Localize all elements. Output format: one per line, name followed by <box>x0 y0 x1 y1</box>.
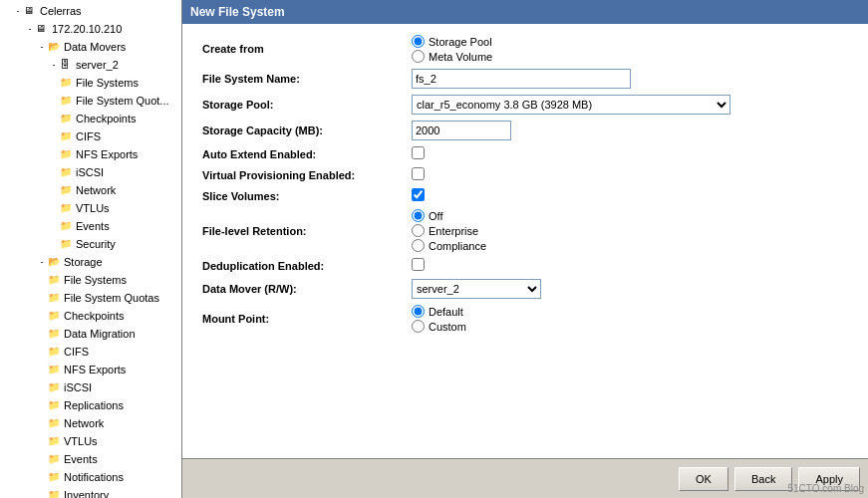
tree-label-cifs2: CIFS <box>64 344 89 360</box>
radio-enterprise-row: Enterprise <box>412 224 848 237</box>
storage-capacity-value-cell <box>408 118 852 143</box>
radio-compliance[interactable] <box>412 239 425 252</box>
tree-label-nfsexports2: NFS Exports <box>64 362 126 377</box>
radio-storage-pool[interactable] <box>412 35 425 48</box>
tree-label-vtlus1: VTLUs <box>76 200 110 216</box>
fs-name-input[interactable] <box>412 69 631 89</box>
radio-meta-volume[interactable] <box>412 50 425 63</box>
tree-item-filesystems2[interactable]: File Systems <box>0 271 181 289</box>
storage-capacity-row: Storage Capacity (MB): <box>198 118 852 143</box>
apply-button[interactable]: Apply <box>798 467 860 491</box>
tree-label-network1: Network <box>76 182 116 198</box>
tree-label-checkpoints2: Checkpoints <box>64 308 125 324</box>
storage-pool-select[interactable]: clar_r5_economy 3.8 GB (3928 MB) <box>412 95 730 115</box>
data-mover-select[interactable]: server_2 <box>412 279 541 299</box>
radio-compliance-row: Compliance <box>412 239 848 252</box>
tree-item-notifications[interactable]: Notifications <box>0 468 181 486</box>
tree-item-checkpoints2[interactable]: Checkpoints <box>0 307 181 325</box>
storage-icon <box>48 255 62 269</box>
ok-button[interactable]: OK <box>679 467 728 491</box>
tree-label-ip: 172.20.10.210 <box>52 21 122 37</box>
tree-item-fsquota2[interactable]: File System Quotas <box>0 289 181 307</box>
tree-item-network1[interactable]: Network <box>0 181 181 199</box>
radio-custom[interactable] <box>412 320 425 333</box>
radio-default[interactable] <box>412 305 425 318</box>
radio-off[interactable] <box>412 209 425 222</box>
tree-item-storage[interactable]: - Storage <box>0 253 181 271</box>
tree-item-iscsi2[interactable]: iSCSI <box>0 378 181 396</box>
tree-item-inventory[interactable]: Inventory <box>0 486 181 498</box>
create-from-group: Storage Pool Meta Volume <box>412 35 848 63</box>
tree-item-celerras[interactable]: - Celerras <box>0 2 181 20</box>
folder-icon <box>48 398 62 412</box>
virtual-prov-row: Virtual Provisioning Enabled: <box>198 164 852 185</box>
slice-volumes-checkbox[interactable] <box>412 188 425 201</box>
tree-item-filesystems1[interactable]: File Systems <box>0 74 181 92</box>
fs-name-label: File System Name: <box>198 66 408 92</box>
folder-icon <box>48 434 62 448</box>
tree-label-security1: Security <box>76 236 116 252</box>
virtual-prov-checkbox[interactable] <box>412 167 425 180</box>
tree-item-datamig[interactable]: Data Migration <box>0 325 181 343</box>
tree-item-events2[interactable]: Events <box>0 450 181 468</box>
folder-icon <box>60 129 74 143</box>
folder-icon <box>60 237 74 251</box>
tree-item-vtlus1[interactable]: VTLUs <box>0 199 181 217</box>
tree-item-datamovers[interactable]: - Data Movers <box>0 38 181 56</box>
radio-enterprise-label: Enterprise <box>429 225 478 237</box>
tree-item-nfsexports1[interactable]: NFS Exports <box>0 145 181 163</box>
toggle-server2[interactable]: - <box>48 60 60 70</box>
toggle-datamovers[interactable]: - <box>36 42 48 52</box>
slice-volumes-label: Slice Volumes: <box>198 185 408 206</box>
file-retention-label: File-level Retention: <box>198 206 408 255</box>
auto-extend-value-cell <box>408 143 852 164</box>
dialog-panel: New File System Create from Storage Pool <box>182 0 868 498</box>
folder-icon <box>48 452 62 466</box>
auto-extend-checkbox[interactable] <box>412 146 425 159</box>
folder-icon <box>48 363 62 376</box>
toggle-celerras[interactable]: - <box>12 6 24 16</box>
dedup-row: Deduplication Enabled: <box>198 255 852 276</box>
tree-label-datamig: Data Migration <box>64 326 136 342</box>
dialog-title-text: New File System <box>190 5 285 19</box>
ip-icon <box>36 22 50 36</box>
tree-item-events1[interactable]: Events <box>0 217 181 235</box>
mount-point-label: Mount Point: <box>198 302 408 336</box>
radio-meta-volume-label: Meta Volume <box>429 51 492 63</box>
tree-item-iscsi1[interactable]: iSCSI <box>0 163 181 181</box>
toggle-ip[interactable]: - <box>24 24 36 34</box>
radio-enterprise[interactable] <box>412 224 425 237</box>
tree-item-cifs2[interactable]: CIFS <box>0 343 181 361</box>
file-retention-value-cell: Off Enterprise Compliance <box>408 206 852 255</box>
tree-item-checkpoints1[interactable]: Checkpoints <box>0 110 181 127</box>
toggle-storage[interactable]: - <box>36 257 48 267</box>
tree-item-ip[interactable]: - 172.20.10.210 <box>0 20 181 38</box>
file-retention-row: File-level Retention: Off Enterprise <box>198 206 852 255</box>
tree-label-datamovers: Data Movers <box>64 39 126 55</box>
mount-point-row: Mount Point: Default Custom <box>198 302 852 336</box>
tree-item-fsquota1[interactable]: File System Quot... <box>0 92 181 110</box>
storage-capacity-input[interactable] <box>412 121 511 140</box>
folder-icon <box>60 112 74 125</box>
tree-item-nfsexports2[interactable]: NFS Exports <box>0 361 181 378</box>
datamovers-icon <box>48 40 62 54</box>
tree-item-network2[interactable]: Network <box>0 414 181 432</box>
tree-item-cifs1[interactable]: CIFS <box>0 127 181 145</box>
folder-icon <box>48 470 62 484</box>
tree-label-vtlus2: VTLUs <box>64 433 98 449</box>
tree-item-vtlus2[interactable]: VTLUs <box>0 432 181 450</box>
create-from-label: Create from <box>198 32 408 66</box>
radio-custom-label: Custom <box>429 321 466 333</box>
tree-item-security1[interactable]: Security <box>0 235 181 253</box>
storage-capacity-label: Storage Capacity (MB): <box>198 118 408 143</box>
back-button[interactable]: Back <box>734 467 792 491</box>
folder-icon <box>60 76 74 90</box>
dedup-checkbox[interactable] <box>412 258 425 271</box>
tree-label-replications: Replications <box>64 397 124 413</box>
storage-pool-value-cell: clar_r5_economy 3.8 GB (3928 MB) <box>408 92 852 118</box>
data-mover-row: Data Mover (R/W): server_2 <box>198 276 852 302</box>
tree-label-filesystems1: File Systems <box>76 75 139 91</box>
tree-item-server2[interactable]: - server_2 <box>0 56 181 74</box>
tree-item-replications[interactable]: Replications <box>0 396 181 414</box>
data-mover-value-cell: server_2 <box>408 276 852 302</box>
